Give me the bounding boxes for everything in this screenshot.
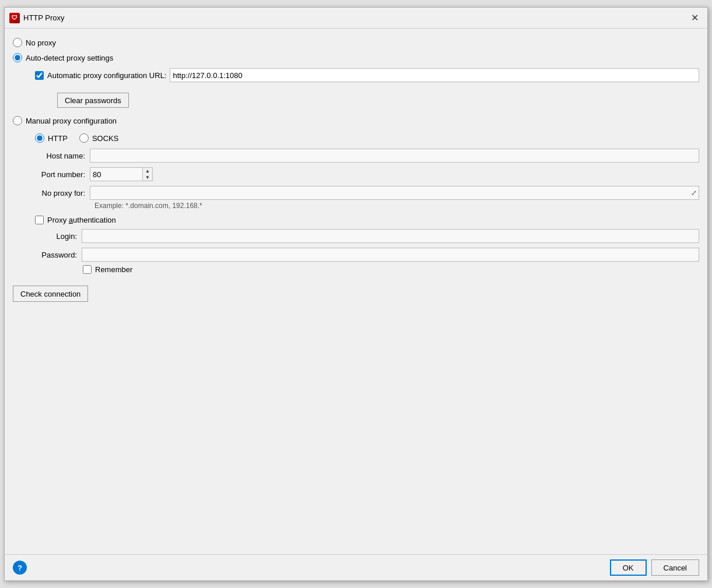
bottom-bar: ? OK Cancel — [5, 554, 707, 580]
clear-passwords-button[interactable]: Clear passwords — [57, 93, 129, 108]
cancel-button[interactable]: Cancel — [651, 559, 699, 576]
http-radio[interactable] — [35, 133, 44, 143]
dialog-title: HTTP Proxy — [23, 13, 686, 22]
host-name-row: Host name: — [27, 149, 699, 163]
auto-detect-row: Auto-detect proxy settings — [13, 52, 699, 64]
manual-proxy-label[interactable]: Manual proxy configuration — [26, 117, 117, 125]
port-number-label: Port number: — [27, 170, 85, 179]
auto-detect-radio[interactable] — [13, 53, 22, 62]
example-text: Example: *.domain.com, 192.168.* — [94, 202, 699, 210]
no-proxy-for-input[interactable] — [90, 186, 699, 200]
close-button[interactable]: ✕ — [686, 10, 703, 26]
port-input-wrap: ▲ ▼ — [90, 167, 153, 181]
port-down-button[interactable]: ▼ — [143, 174, 152, 181]
auto-detect-label[interactable]: Auto-detect proxy settings — [26, 54, 113, 62]
remember-label[interactable]: Remember — [95, 265, 132, 274]
socks-label[interactable]: SOCKS — [92, 134, 119, 143]
auto-proxy-url-input[interactable] — [170, 68, 699, 82]
no-proxy-for-label: No proxy for: — [27, 189, 85, 198]
socks-radio-row: SOCKS — [79, 132, 119, 144]
auto-proxy-url-label[interactable]: Automatic proxy configuration URL: — [47, 71, 166, 80]
login-input[interactable] — [82, 229, 699, 243]
socks-radio[interactable] — [79, 133, 89, 143]
no-proxy-label[interactable]: No proxy — [26, 38, 56, 47]
title-bar: 🛡 HTTP Proxy ✕ — [5, 8, 707, 29]
proxy-auth-label[interactable]: Proxy authentication — [47, 216, 116, 224]
remember-checkbox[interactable] — [83, 265, 92, 274]
manual-proxy-row: Manual proxy configuration — [13, 115, 699, 126]
auto-proxy-url-checkbox[interactable] — [35, 71, 44, 80]
login-row: Login: — [35, 229, 699, 243]
app-icon: 🛡 — [9, 13, 20, 23]
http-radio-row: HTTP — [35, 132, 68, 144]
no-proxy-radio[interactable] — [13, 38, 22, 47]
proxy-auth-checkbox[interactable] — [35, 216, 44, 224]
auto-proxy-url-row: Automatic proxy configuration URL: — [35, 68, 699, 82]
password-input[interactable] — [82, 248, 699, 262]
no-proxy-row: No proxy — [13, 37, 699, 48]
port-number-row: Port number: ▲ ▼ — [27, 167, 699, 181]
protocol-row: HTTP SOCKS — [35, 132, 699, 144]
help-button[interactable]: ? — [13, 561, 27, 575]
no-proxy-input-wrap: ⤢ — [90, 186, 699, 200]
check-connection-button[interactable]: Check connection — [13, 286, 88, 302]
manual-proxy-radio[interactable] — [13, 116, 22, 125]
http-proxy-dialog: 🛡 HTTP Proxy ✕ No proxy Auto-detect prox… — [4, 7, 708, 581]
password-label: Password: — [35, 251, 77, 259]
http-label[interactable]: HTTP — [48, 134, 68, 143]
host-name-input[interactable] — [90, 149, 699, 163]
host-name-label: Host name: — [27, 152, 85, 160]
port-spinner: ▲ ▼ — [142, 167, 153, 181]
bottom-left: ? — [13, 561, 605, 575]
dialog-content: No proxy Auto-detect proxy settings Auto… — [5, 29, 707, 554]
remember-row: Remember — [83, 265, 699, 274]
no-proxy-for-row: No proxy for: ⤢ — [27, 186, 699, 200]
proxy-auth-row: Proxy authentication — [35, 216, 699, 224]
manual-proxy-section: HTTP SOCKS Host name: Port number: ▲ — [27, 130, 699, 274]
ok-button[interactable]: OK — [610, 559, 647, 576]
login-label: Login: — [35, 232, 77, 241]
port-number-input[interactable] — [90, 167, 142, 181]
password-row: Password: — [35, 248, 699, 262]
expand-icon[interactable]: ⤢ — [691, 189, 697, 197]
port-up-button[interactable]: ▲ — [143, 168, 152, 174]
